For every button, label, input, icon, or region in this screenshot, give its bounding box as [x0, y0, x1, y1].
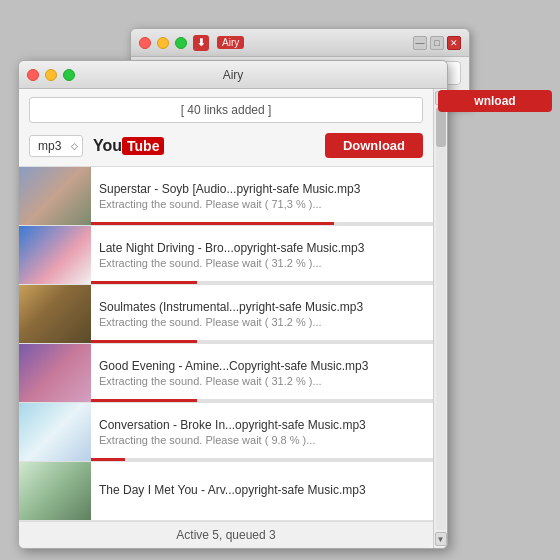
yt-tube-text: Tube: [122, 137, 164, 155]
main-minimize-btn[interactable]: [45, 69, 57, 81]
song-title: Superstar - Soyb [Audio...pyright-safe M…: [99, 182, 425, 196]
bg-window-controls: — □ ✕: [413, 36, 461, 50]
bg-app-icon: ⬇: [193, 35, 209, 51]
scroll-track[interactable]: [436, 107, 446, 530]
progress-bar-container: [91, 340, 433, 343]
main-window-title: Airy: [19, 68, 447, 82]
progress-bar: [91, 222, 334, 225]
song-info: Conversation - Broke In...opyright-safe …: [91, 412, 433, 452]
bg-app-badge: Airy: [217, 36, 244, 49]
bg-minimize-btn[interactable]: [157, 37, 169, 49]
format-select-wrapper[interactable]: mp3 mp4 wav ◇: [29, 135, 83, 157]
scroll-thumb[interactable]: [436, 107, 446, 147]
bg-x-btn[interactable]: ✕: [447, 36, 461, 50]
bg-max-btn[interactable]: □: [430, 36, 444, 50]
song-status: Extracting the sound. Please wait ( 9.8 …: [99, 434, 425, 446]
main-maximize-btn[interactable]: [63, 69, 75, 81]
song-title: Late Night Driving - Bro...opyright-safe…: [99, 241, 425, 255]
song-status: Extracting the sound. Please wait ( 71,3…: [99, 198, 425, 210]
song-item[interactable]: Conversation - Broke In...opyright-safe …: [19, 403, 433, 462]
song-item[interactable]: Good Evening - Amine...Copyright-safe Mu…: [19, 344, 433, 403]
song-info: Good Evening - Amine...Copyright-safe Mu…: [91, 353, 433, 393]
progress-bar: [91, 399, 197, 402]
song-list: Superstar - Soyb [Audio...pyright-safe M…: [19, 166, 433, 521]
song-item[interactable]: Soulmates (Instrumental...pyright-safe M…: [19, 285, 433, 344]
download-button[interactable]: Download: [325, 133, 423, 158]
scrollbar[interactable]: ▲ ▼: [433, 89, 447, 548]
main-close-btn[interactable]: [27, 69, 39, 81]
progress-bar-container: [91, 399, 433, 402]
song-thumbnail: [19, 285, 91, 343]
song-item[interactable]: Superstar - Soyb [Audio...pyright-safe M…: [19, 167, 433, 226]
song-title: Conversation - Broke In...opyright-safe …: [99, 418, 425, 432]
bg-min-btn[interactable]: —: [413, 36, 427, 50]
controls-row: mp3 mp4 wav ◇ YouTube Download: [19, 129, 433, 162]
song-thumbnail: [19, 403, 91, 461]
format-select[interactable]: mp3 mp4 wav: [29, 135, 83, 157]
progress-bar: [91, 458, 125, 461]
song-info: The Day I Met You - Arv...opyright-safe …: [91, 477, 433, 505]
song-item[interactable]: The Day I Met You - Arv...opyright-safe …: [19, 462, 433, 521]
links-added-bar: [ 40 links added ]: [29, 97, 423, 123]
main-window: Airy [ 40 links added ] mp3 mp4 wav ◇ Yo…: [18, 60, 448, 549]
song-title: Good Evening - Amine...Copyright-safe Mu…: [99, 359, 425, 373]
progress-bar-container: [91, 222, 433, 225]
scroll-down-btn[interactable]: ▼: [435, 532, 447, 546]
youtube-logo: YouTube: [93, 137, 164, 155]
song-item[interactable]: Late Night Driving - Bro...opyright-safe…: [19, 226, 433, 285]
progress-bar-container: [91, 281, 433, 284]
bg-maximize-btn[interactable]: [175, 37, 187, 49]
song-thumbnail: [19, 462, 91, 520]
song-thumbnail: [19, 167, 91, 225]
bg-close-btn[interactable]: [139, 37, 151, 49]
yt-you-text: You: [93, 137, 122, 155]
song-status: Extracting the sound. Please wait ( 31.2…: [99, 375, 425, 387]
song-info: Late Night Driving - Bro...opyright-safe…: [91, 235, 433, 275]
bg-titlebar: ⬇ Airy — □ ✕: [131, 29, 469, 57]
status-footer: Active 5, queued 3: [19, 521, 433, 548]
song-status: Extracting the sound. Please wait ( 31.2…: [99, 316, 425, 328]
bg-download-button[interactable]: wnload: [438, 90, 552, 112]
song-title: Soulmates (Instrumental...pyright-safe M…: [99, 300, 425, 314]
song-info: Soulmates (Instrumental...pyright-safe M…: [91, 294, 433, 334]
main-titlebar: Airy: [19, 61, 447, 89]
status-text: Active 5, queued 3: [176, 528, 275, 542]
links-added-text: [ 40 links added ]: [181, 103, 272, 117]
song-thumbnail: [19, 344, 91, 402]
song-thumbnail: [19, 226, 91, 284]
progress-bar: [91, 281, 197, 284]
song-info: Superstar - Soyb [Audio...pyright-safe M…: [91, 176, 433, 216]
song-title: The Day I Met You - Arv...opyright-safe …: [99, 483, 425, 497]
progress-bar: [91, 340, 197, 343]
progress-bar-container: [91, 458, 433, 461]
song-status: Extracting the sound. Please wait ( 31.2…: [99, 257, 425, 269]
